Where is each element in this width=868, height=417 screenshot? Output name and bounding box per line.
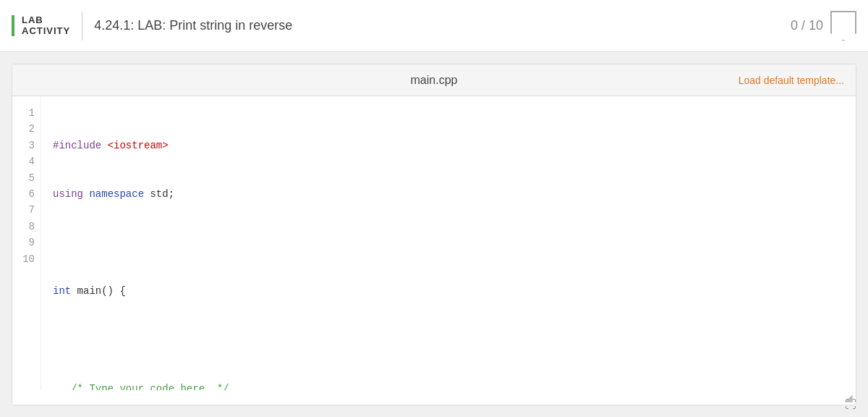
code-line-1: #include <iostream> [53,138,844,153]
editor-container: main.cpp Load default template... 1 2 3 … [12,64,856,405]
expand-icon[interactable]: ⛶ [845,398,856,410]
bottom-toolbar: ⛶ [845,398,856,411]
main-content: main.cpp Load default template... 1 2 3 … [0,52,868,417]
editor-filename: main.cpp [411,74,458,87]
page-title: 4.24.1: LAB: Print string in reverse [94,18,791,33]
code-line-5 [53,332,844,348]
score-display: 0 / 10 [791,18,823,33]
resize-handle[interactable]: ◢ [12,390,856,405]
lab-brand: LAB ACTIVITY [12,15,70,36]
line-numbers: 1 2 3 4 5 6 7 8 9 10 [12,96,41,390]
header: LAB ACTIVITY 4.24.1: LAB: Print string i… [0,0,868,52]
code-editor[interactable]: 1 2 3 4 5 6 7 8 9 10 #include <iostream>… [12,96,856,390]
header-divider [82,12,82,41]
score-badge [830,11,856,41]
code-line-4: int main() { [53,283,844,299]
activity-label: ACTIVITY [22,26,70,36]
lab-label: LAB [22,15,43,25]
code-line-6: /* Type your code here. */ [53,381,844,390]
code-content[interactable]: #include <iostream> using namespace std;… [41,96,856,390]
editor-header: main.cpp Load default template... [12,64,856,96]
load-template-button[interactable]: Load default template... [739,75,844,86]
code-line-3 [53,235,844,250]
score-container: 0 / 10 [791,11,856,41]
code-line-2: using namespace std; [53,186,844,202]
